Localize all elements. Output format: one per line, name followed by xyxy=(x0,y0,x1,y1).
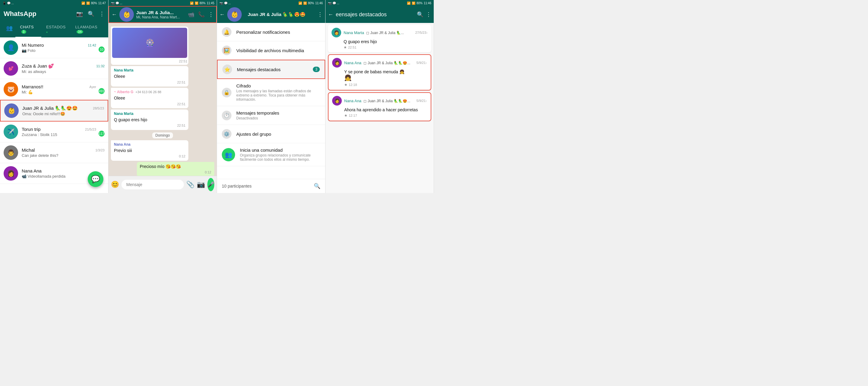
starred-from-3: Nana Ana ◻ Juan JR & Julia 🦜🦜😍... xyxy=(344,99,416,103)
chat-preview-michal: Can jake delete this? xyxy=(22,153,104,158)
chat-item-torun[interactable]: ✈️ Torun trip 21/5/23 Zuzzana : Stolik 1… xyxy=(0,121,108,142)
time-4: 11:46 xyxy=(424,1,431,5)
chat-time-michal: 1/3/23 xyxy=(95,148,104,152)
menu-sub-cifrado: Los mensajes y las llamadas están cifrad… xyxy=(236,89,320,101)
group-name: Juan JR & Julia... xyxy=(136,10,185,15)
tab-llamadas[interactable]: Llamadas 34 xyxy=(70,22,104,37)
starred-title: eensajes destacados xyxy=(336,11,414,18)
starred-from-1: Nana Marta ◻ Juan JR & Julia 🦜... xyxy=(344,30,415,35)
unread-torun: 117 xyxy=(98,130,104,137)
chat-item-michal[interactable]: 👨 Michal 1/3/23 Can jake delete this? xyxy=(0,142,108,163)
back-button-4[interactable]: ← xyxy=(328,11,333,18)
emoji-button[interactable]: 😊 xyxy=(111,181,119,188)
chat-item-zuza-juan[interactable]: 💕 Zuza & Juan 💕 11:32 Mi: as allways xyxy=(0,58,108,79)
chevron-3: › xyxy=(426,98,427,103)
avatar-marranos: 🐷 xyxy=(4,82,18,96)
message-2: Nana Marta Oleee 22:51 xyxy=(111,66,188,87)
menu-item-notifications[interactable]: 🔔 Personalizar notificaciones xyxy=(217,23,325,41)
header-icons: 📷 🔍 ⋮ xyxy=(76,10,104,17)
time-6: 0:12 xyxy=(140,170,211,175)
starred-header: ← eensajes destacados 🔍 ⋮ xyxy=(326,6,434,23)
wifi-2: 🛜 xyxy=(195,1,198,5)
mic-button[interactable]: 🎤 xyxy=(207,178,214,191)
wifi-4: 🛜 xyxy=(412,1,415,5)
chat-item-juan-julia[interactable]: 👶 Juan JR & Julia 🦜🦜😍🤩 28/5/23 Oma: Oool… xyxy=(0,100,108,121)
status-right-1: 📶 🛜 80% 11:47 xyxy=(82,1,106,5)
participants-search-icon[interactable]: 🔍 xyxy=(314,183,320,189)
battery-2: 80% xyxy=(199,1,206,5)
people-icon[interactable]: 👥 xyxy=(4,22,16,37)
more-starred-icon[interactable]: ⋮ xyxy=(426,11,431,18)
menu-list: 🔔 Personalizar notificaciones 🖼️ Visibil… xyxy=(217,23,325,179)
chat-info-zuza-juan: Zuza & Juan 💕 11:32 Mi: as allways xyxy=(22,63,104,74)
attach-button[interactable]: 📎 xyxy=(186,181,194,188)
chat-time-zuza-juan: 11:32 xyxy=(96,64,104,68)
time-5: 0:12 xyxy=(114,154,185,159)
group-info[interactable]: Juan JR & Julia... Mi, Nana Ana, Nana Ma… xyxy=(136,10,185,19)
menu-item-cifrado[interactable]: 🔒 Cifrado Los mensajes y las llamadas es… xyxy=(217,79,325,106)
starred-date-1: 27/5/23 xyxy=(415,31,427,34)
starred-avatar-2: 👩 xyxy=(332,58,342,67)
group-name-3-container[interactable]: Juan JR & Julia 🦜🦜😍🤩 xyxy=(248,12,315,17)
menu-title-cifrado: Cifrado xyxy=(236,83,320,88)
message-input[interactable] xyxy=(121,180,184,189)
status-left-2: 📷 💬 ... xyxy=(111,1,122,5)
starred-star-row-2: ★ 12:18 xyxy=(344,83,427,87)
more-icon[interactable]: ⋮ xyxy=(99,10,104,17)
menu-item-starred[interactable]: ⭐ Mensajes destacados 3 xyxy=(217,60,325,79)
starred-item-3[interactable]: 👩 Nana Ana ◻ Juan JR & Julia 🦜🦜😍... 5/9/… xyxy=(328,92,431,121)
tab-chats[interactable]: Chats 3 xyxy=(16,22,41,37)
menu-item-visibility[interactable]: 🖼️ Visibilidad de archivos multimedia xyxy=(217,41,325,60)
gear-icon: ⚙️ xyxy=(222,129,231,139)
menu-title-settings: Ajustes del grupo xyxy=(236,131,320,137)
voice-call-icon[interactable]: 📞 xyxy=(198,11,205,18)
menu-item-community[interactable]: 👥 Inicia una comunidad Organiza grupos r… xyxy=(217,143,325,166)
message-4: Nana Marta Q guapo eres hijo 22:51 xyxy=(111,110,188,130)
search-icon[interactable]: 🔍 xyxy=(88,10,94,17)
compose-fab[interactable]: 💬 xyxy=(88,171,103,187)
search-starred-icon[interactable]: 🔍 xyxy=(417,11,424,18)
panel-chats: 📱 💬 ... 📶 🛜 80% 11:47 WhatsApp 📷 🔍 ⋮ 👥 C… xyxy=(0,0,108,193)
panel-menu: 📷 💬 ... 📶 🛜 80% 11:46 ← 👶 Juan JR & Juli… xyxy=(217,0,326,193)
more-3[interactable]: ⋮ xyxy=(317,11,323,18)
lock-icon: 🔒 xyxy=(222,88,231,97)
video-call-icon[interactable]: 📹 xyxy=(188,11,194,18)
starred-from-2: Nana Ana ◻ Juan JR & Julia 🦜🦜😍... xyxy=(344,61,416,65)
starred-msg-3: Ahora ha aprendido a hacer pedorretas xyxy=(344,107,427,112)
camera-button[interactable]: 📷 xyxy=(197,181,205,188)
sender-2: Nana Marta xyxy=(114,68,185,73)
starred-item-2[interactable]: 👩 Nana Ana ◻ Juan JR & Julia 🦜🦜😍... 5/9/… xyxy=(328,54,431,90)
group-avatar: 👶 xyxy=(119,7,134,22)
starred-avatar-3: 👩 xyxy=(332,96,342,106)
avatar-mi-numero: 👤 xyxy=(4,40,18,55)
tab-estados[interactable]: Estados ● xyxy=(41,22,70,37)
starred-msg-1: Q guapo eres hijo xyxy=(344,39,428,44)
status-bar-2: 📷 💬 ... 📶 🛜 80% 11:45 xyxy=(108,0,217,6)
back-button-3[interactable]: ← xyxy=(219,11,225,18)
menu-text-settings: Ajustes del grupo xyxy=(236,131,320,137)
sender-3: ~ Alberto G +34 613 06 26 88 xyxy=(114,90,185,95)
avatar-torun: ✈️ xyxy=(4,124,18,139)
camera-icon[interactable]: 📷 xyxy=(76,10,83,17)
chat-name-juan-julia: Juan JR & Julia 🦜🦜😍🤩 xyxy=(22,106,78,111)
back-button[interactable]: ← xyxy=(112,11,117,18)
menu-item-settings[interactable]: ⚙️ Ajustes del grupo xyxy=(217,125,325,143)
starred-badge: 3 xyxy=(313,67,320,72)
chat-item-marranos[interactable]: 🐷 Marranos!! Ayer Mi: 💪 491 xyxy=(0,79,108,100)
chat-time-torun: 21/5/23 xyxy=(85,127,96,131)
more-options-icon[interactable]: ⋮ xyxy=(208,11,214,18)
starred-item-1[interactable]: 👩 Nana Marta ◻ Juan JR & Julia 🦜... 27/5… xyxy=(328,25,431,53)
status-left-1: 📱 💬 ... xyxy=(2,1,14,5)
time-3: 22:51 xyxy=(114,102,185,107)
battery-4: 80% xyxy=(416,1,423,5)
menu-item-temporal[interactable]: ⏱️ Mensajes temporales Desactivados xyxy=(217,106,325,125)
chat-item-mi-numero[interactable]: 👤 Mi Numero 11:42 📷 Foto 10 xyxy=(0,37,108,58)
battery-3: 80% xyxy=(308,1,314,5)
group-avatar-3: 👶 xyxy=(227,7,242,22)
chat-preview-juan-julia: Oma: Ooole mi niño!!!🤩 xyxy=(22,112,104,116)
message-5: Nana Ana Previo siii 0:12 xyxy=(111,140,188,161)
starred-meta-3: Nana Ana ◻ Juan JR & Julia 🦜🦜😍... xyxy=(344,99,416,103)
starred-star-row-3: ★ 12:17 xyxy=(344,113,427,118)
menu-header: ← 👶 Juan JR & Julia 🦜🦜😍🤩 ⋮ xyxy=(217,6,325,23)
chats-header: WhatsApp 📷 🔍 ⋮ xyxy=(0,6,108,22)
